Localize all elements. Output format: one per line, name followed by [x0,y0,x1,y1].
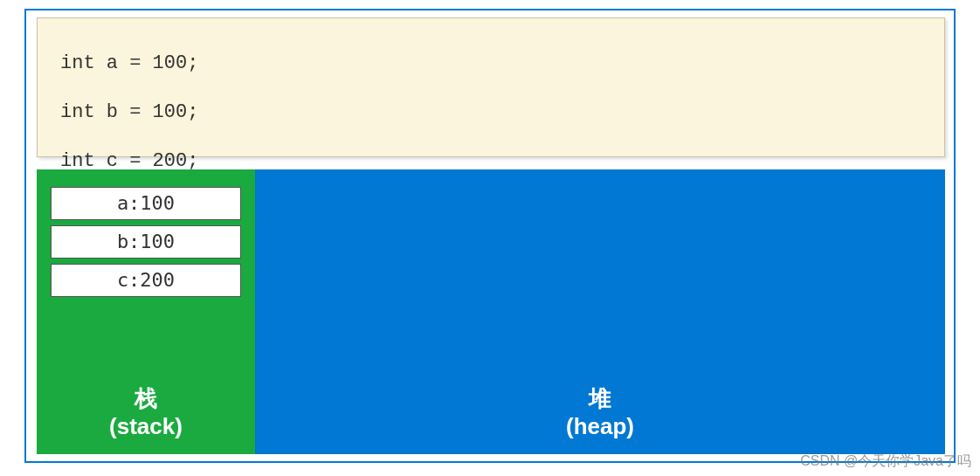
memory-row: a:100 b:100 c:200 栈 (stack) 堆 (heap) [37,169,945,454]
heap-panel: 堆 (heap) [255,169,945,454]
stack-title-cn: 栈 [37,384,255,412]
stack-var: c:200 [51,264,241,297]
stack-label: 栈 (stack) [37,384,255,440]
code-line: int a = 100; [60,52,921,76]
stack-title-en: (stack) [37,412,255,440]
heap-title-cn: 堆 [255,384,945,412]
stack-panel: a:100 b:100 c:200 栈 (stack) [37,169,255,454]
heap-title-en: (heap) [255,412,945,440]
stack-var: b:100 [51,225,241,259]
diagram-frame: int a = 100; int b = 100; int c = 200; S… [24,9,956,463]
code-text: int b = 100; [60,101,198,123]
code-text: int a = 100; [60,52,198,74]
code-line: int b = 100; [60,100,921,125]
watermark: CSDN @今天你学Java了吗 [800,452,971,471]
heap-label: 堆 (heap) [255,384,945,440]
code-block: int a = 100; int b = 100; int c = 200; S… [37,17,945,157]
stack-var: a:100 [51,187,241,220]
